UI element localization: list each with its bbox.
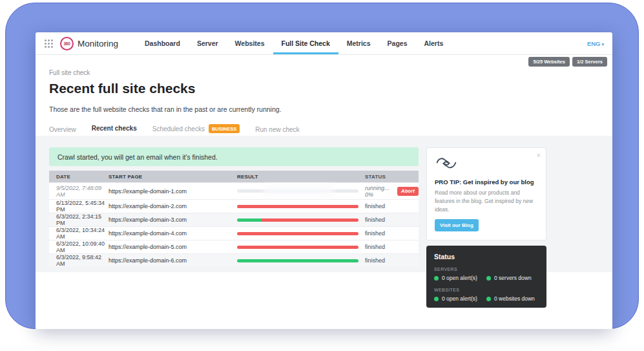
tab-label: Recent checks [92, 125, 137, 132]
main-nav: DashboardServerWebsitesFull Site CheckMe… [136, 32, 452, 54]
check-start-page[interactable]: https://example-domain-2.com [107, 203, 236, 209]
check-result-cell [236, 232, 362, 235]
page-canvas: 360 Monitoring DashboardServerWebsitesFu… [0, 0, 644, 351]
brand-logo-icon[interactable]: 360 [60, 37, 74, 50]
check-status-cell: finished [362, 257, 419, 264]
check-status-cell: finished [362, 230, 419, 237]
checks-table: DATESTART PAGERESULTSTATUS 9/5/2022, 7:4… [49, 171, 419, 267]
nav-item-alerts[interactable]: Alerts [415, 32, 452, 54]
nav-item-dashboard[interactable]: Dashboard [136, 32, 189, 54]
result-progress-bar [237, 232, 358, 235]
usage-badge-1-2-servers: 1/2 Servers [572, 57, 607, 67]
green-status-dot-icon [486, 276, 491, 281]
check-date: 6/3/2022, 2:34:15 PM [49, 213, 107, 226]
check-date: 6/3/2022, 10:34:24 AM [49, 227, 107, 240]
green-status-dot-icon [434, 297, 439, 301]
table-body: 9/5/2022, 7:48:09 AMhttps://example-doma… [49, 182, 419, 267]
table-row: 9/5/2022, 7:48:09 AMhttps://example-doma… [49, 182, 419, 199]
tab-label: Scheduled checks [152, 125, 205, 133]
abort-button[interactable]: Abort [397, 187, 419, 196]
check-result-cell [236, 218, 362, 222]
check-status-cell: running... 0%Abort [362, 185, 419, 198]
status-text: finished [365, 217, 385, 223]
result-bar-green-segment [237, 218, 262, 222]
column-header-date: DATE [49, 174, 107, 180]
nav-item-metrics[interactable]: Metrics [338, 32, 379, 54]
result-bar-red-segment [237, 232, 358, 235]
check-date: 6/3/2022, 10:09:40 AM [49, 240, 107, 253]
language-selector[interactable]: ENG▾ [587, 40, 604, 47]
side-column: × PRO TIP: Get inspired by our blog Read… [426, 147, 546, 308]
status-text: finished [365, 203, 385, 209]
status-alert-text: 0 servers down [494, 275, 532, 281]
status-card: Status SERVERS0 open alert(s)0 servers d… [426, 246, 546, 308]
check-start-page[interactable]: https://example-domain-6.com [107, 257, 236, 264]
tab-label: Run new check [255, 126, 299, 133]
main-column: Crawl started, you will get an email whe… [49, 147, 419, 267]
result-bar-green-segment [237, 259, 358, 262]
status-text: finished [365, 244, 385, 250]
table-row: 6/3/2022, 2:34:15 PMhttps://example-doma… [49, 213, 419, 226]
nav-item-server[interactable]: Server [189, 32, 227, 54]
brand-name[interactable]: Monitoring [78, 39, 118, 48]
check-date: 6/3/2022, 9:58:42 AM [49, 254, 107, 267]
status-alert-item: 0 open alert(s) [434, 275, 486, 281]
table-row: 6/3/2022, 9:58:42 AMhttps://example-doma… [49, 253, 419, 267]
status-alert-text: 0 open alert(s) [442, 275, 477, 281]
check-result-cell [236, 189, 362, 193]
result-bar-red-segment [237, 246, 358, 249]
nav-item-full-site-check[interactable]: Full Site Check [273, 32, 338, 54]
check-result-cell [236, 246, 362, 249]
check-start-page[interactable]: https://example-domain-3.com [107, 217, 236, 223]
status-text: running... 0% [365, 185, 393, 198]
top-nav-bar: 360 Monitoring DashboardServerWebsitesFu… [36, 32, 612, 55]
content-section: Crawl started, you will get an email whe… [36, 136, 612, 272]
status-alert-item: 0 open alert(s) [434, 295, 486, 302]
success-banner: Crawl started, you will get an email whe… [49, 147, 419, 166]
status-alert-item: 0 websites down [486, 295, 539, 302]
green-status-dot-icon [434, 276, 439, 281]
status-card-title: Status [434, 253, 539, 261]
result-progress-bar [237, 218, 358, 222]
handshake-icon [435, 155, 458, 171]
tab-label: Overview [49, 126, 76, 133]
breadcrumb: Full site check [49, 69, 599, 76]
table-row: 6/13/2022, 5:45:34 PMhttps://example-dom… [49, 199, 419, 213]
app-window: 360 Monitoring DashboardServerWebsitesFu… [36, 32, 612, 329]
column-header-result: RESULT [236, 174, 362, 180]
usage-badges: 5/25 Websites1/2 Servers [528, 57, 607, 67]
status-alert-item: 0 servers down [486, 275, 539, 281]
result-progress-bar [237, 246, 358, 249]
result-bar-red-segment [262, 218, 358, 222]
app-grid-icon[interactable] [44, 39, 53, 48]
result-progress-bar [237, 259, 358, 262]
close-icon[interactable]: × [537, 151, 541, 159]
table-row: 6/3/2022, 10:34:24 AMhttps://example-dom… [49, 226, 419, 240]
check-status-cell: finished [362, 217, 419, 223]
status-section-label-servers: SERVERS [434, 267, 539, 271]
language-label: ENG [587, 40, 601, 47]
protip-title: PRO TIP: Get inspired by our blog [435, 178, 538, 186]
check-start-page[interactable]: https://example-domain-1.com [107, 188, 236, 195]
page-description: Those are the full website checks that r… [49, 105, 599, 113]
protip-body: Read more about our products and feature… [435, 189, 538, 213]
table-header-row: DATESTART PAGERESULTSTATUS [49, 171, 419, 182]
check-start-page[interactable]: https://example-domain-4.com [107, 230, 236, 237]
green-status-dot-icon [486, 297, 491, 301]
nav-item-websites[interactable]: Websites [227, 32, 273, 54]
business-badge: BUSINESS [209, 124, 240, 133]
status-text: finished [365, 257, 385, 264]
status-text: finished [365, 230, 385, 237]
table-row: 6/3/2022, 10:09:40 AMhttps://example-dom… [49, 240, 419, 253]
status-alert-text: 0 websites down [494, 295, 535, 302]
check-start-page[interactable]: https://example-domain-5.com [107, 244, 236, 250]
result-progress-bar [237, 189, 358, 193]
check-date: 6/13/2022, 5:45:34 PM [49, 200, 107, 213]
nav-item-pages[interactable]: Pages [379, 32, 416, 54]
visit-blog-button[interactable]: Visit our Blog [435, 219, 479, 231]
check-result-cell [236, 205, 362, 208]
status-section-label-websites: WEBSITES [434, 288, 539, 292]
column-header-status: STATUS [362, 174, 419, 180]
status-sections: SERVERS0 open alert(s)0 servers downWEBS… [434, 267, 539, 302]
result-progress-bar [237, 205, 358, 208]
